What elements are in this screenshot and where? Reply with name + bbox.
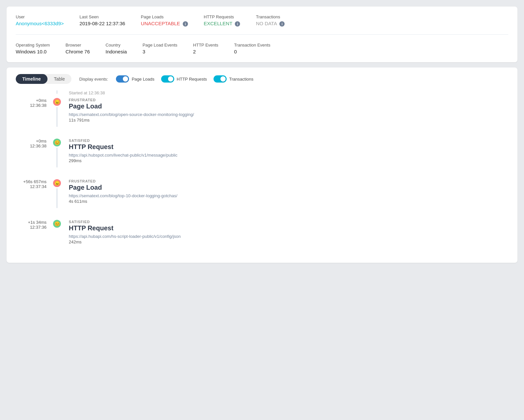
- timeline-dot-frustrated: 😠: [53, 98, 61, 106]
- timeline-timestamp: 12:37:34: [16, 184, 47, 189]
- user-value[interactable]: Anonymous<6333d9>: [16, 21, 64, 26]
- last-seen-label: Last Seen: [80, 14, 125, 19]
- timeline-offset: +1s 34ms: [16, 220, 47, 225]
- country-label: Country: [105, 43, 127, 48]
- transactions-toggle[interactable]: [214, 75, 227, 83]
- timeline-time: +0ms 12:36:38: [16, 98, 52, 108]
- header-card: User Anonymous<6333d9> Last Seen 2019-08…: [7, 7, 517, 62]
- timeline-content: FRUSTRATED Page Load https://sematext.co…: [62, 98, 508, 123]
- event-url[interactable]: https://api.hubapi.com/hs-script-loader-…: [69, 234, 508, 239]
- browser-label: Browser: [66, 43, 90, 48]
- event-status: FRUSTRATED: [69, 179, 508, 183]
- http-requests-info-icon[interactable]: i: [235, 21, 240, 27]
- timeline-timestamp: 12:36:38: [16, 103, 47, 108]
- timeline-connector: 😠: [52, 98, 62, 127]
- country-field: Country Indonesia: [105, 43, 127, 54]
- event-title: Page Load: [69, 184, 508, 191]
- transactions-value: NO DATA i: [256, 21, 285, 27]
- transaction-events-label: Transaction Events: [234, 43, 271, 48]
- http-events-value: 2: [193, 49, 218, 54]
- timeline-timestamp: 12:36:38: [16, 143, 47, 148]
- started-line-wrap: [52, 90, 62, 94]
- timeline-offset: +0ms: [16, 98, 47, 103]
- display-events-label: Display events:: [79, 77, 108, 82]
- event-url[interactable]: https://api.hubspot.com/livechat-public/…: [69, 153, 508, 158]
- browser-value: Chrome 76: [66, 49, 90, 54]
- timeline-offset: +0ms: [16, 139, 47, 143]
- http-events-field: HTTP Events 2: [193, 43, 218, 54]
- page-loads-toggle-group: Page Loads: [116, 75, 154, 83]
- event-url[interactable]: https://sematext.com/blog/open-source-do…: [69, 112, 508, 117]
- event-status: FRUSTRATED: [69, 98, 508, 102]
- page-loads-toggle[interactable]: [116, 75, 129, 83]
- event-title: HTTP Request: [69, 143, 508, 151]
- http-requests-toggle[interactable]: [161, 75, 174, 83]
- transactions-toggle-label: Transactions: [229, 77, 253, 82]
- timeline-dot-satisfied: 😊: [53, 139, 61, 146]
- tab-bar: Timeline Table Display events: Page Load…: [16, 74, 508, 84]
- event-duration: 299ms: [69, 158, 508, 163]
- browser-field: Browser Chrome 76: [66, 43, 90, 54]
- event-duration: 11s 791ms: [69, 118, 508, 123]
- last-seen-field: Last Seen 2019-08-22 12:37:36: [80, 14, 125, 26]
- timeline-item: +0ms 12:36:38 😊 SATISFIED HTTP Request h…: [16, 139, 508, 167]
- timeline-line: [57, 188, 57, 208]
- last-seen-value: 2019-08-22 12:37:36: [80, 21, 125, 26]
- timeline-connector: 😠: [52, 179, 62, 208]
- event-url[interactable]: https://sematext.com/blog/top-10-docker-…: [69, 193, 508, 198]
- timeline-time: +0ms 12:36:38: [16, 139, 52, 148]
- event-duration: 242ms: [69, 239, 508, 244]
- event-status: SATISFIED: [69, 139, 508, 143]
- timeline-timestamp: 12:37:36: [16, 225, 47, 230]
- timeline-time: +1s 34ms 12:37:36: [16, 220, 52, 230]
- tab-timeline[interactable]: Timeline: [16, 74, 47, 84]
- transactions-toggle-group: Transactions: [214, 75, 253, 83]
- event-duration: 4s 611ms: [69, 199, 508, 204]
- country-value: Indonesia: [105, 49, 127, 54]
- event-title: HTTP Request: [69, 224, 508, 232]
- started-at-label: Started at 12:36:38: [69, 90, 105, 95]
- display-events-controls: Display events: Page Loads HTTP Requests…: [79, 75, 253, 83]
- transactions-field: Transactions NO DATA i: [256, 14, 285, 27]
- timeline-connector: 😊: [52, 220, 62, 228]
- transaction-events-value: 0: [234, 49, 271, 54]
- header-divider: [16, 34, 508, 35]
- timeline-content: FRUSTRATED Page Load https://sematext.co…: [62, 179, 508, 204]
- tab-table[interactable]: Table: [47, 74, 71, 84]
- timeline-content: SATISFIED HTTP Request https://api.hubap…: [62, 220, 508, 244]
- timeline-item: +1s 34ms 12:37:36 😊 SATISFIED HTTP Reque…: [16, 220, 508, 244]
- http-requests-field: HTTP Requests EXCELLENT i: [204, 14, 240, 27]
- header-bottom-row: Operating System Windows 10.0 Browser Ch…: [16, 43, 508, 54]
- timeline-line: [57, 107, 57, 127]
- event-title: Page Load: [69, 103, 508, 110]
- http-events-label: HTTP Events: [193, 43, 218, 48]
- event-status: SATISFIED: [69, 220, 508, 224]
- timeline-item: +0ms 12:36:38 😠 FRUSTRATED Page Load htt…: [16, 98, 508, 127]
- http-requests-toggle-group: HTTP Requests: [161, 75, 207, 83]
- transactions-label: Transactions: [256, 14, 285, 19]
- timeline-connector: 😊: [52, 139, 62, 167]
- http-requests-toggle-label: HTTP Requests: [177, 77, 207, 82]
- http-requests-value: EXCELLENT i: [204, 21, 240, 27]
- page-loads-info-icon[interactable]: i: [183, 21, 188, 27]
- user-label: User: [16, 14, 64, 19]
- http-requests-label: HTTP Requests: [204, 14, 240, 19]
- transactions-info-icon[interactable]: i: [279, 21, 285, 27]
- header-top-row: User Anonymous<6333d9> Last Seen 2019-08…: [16, 14, 508, 27]
- timeline-items: +0ms 12:36:38 😠 FRUSTRATED Page Load htt…: [16, 98, 508, 244]
- started-label-wrap: Started at 12:36:38: [62, 90, 108, 95]
- timeline-time: +56s 657ms 12:37:34: [16, 179, 52, 189]
- page-load-events-field: Page Load Events 3: [142, 43, 177, 54]
- page-load-events-label: Page Load Events: [142, 43, 177, 48]
- timeline: Started at 12:36:38 +0ms 12:36:38 😠 FRUS…: [16, 90, 508, 244]
- transaction-events-field: Transaction Events 0: [234, 43, 271, 54]
- page-loads-value: UNACCEPTABLE i: [141, 21, 188, 27]
- page-loads-label: Page Loads: [141, 14, 188, 19]
- timeline-item: +56s 657ms 12:37:34 😠 FRUSTRATED Page Lo…: [16, 179, 508, 208]
- view-toggle: Timeline Table: [16, 74, 71, 84]
- page-loads-field: Page Loads UNACCEPTABLE i: [141, 14, 188, 27]
- timeline-dot-frustrated: 😠: [53, 179, 61, 187]
- timeline-line: [57, 148, 57, 167]
- user-field: User Anonymous<6333d9>: [16, 14, 64, 26]
- timeline-card: Timeline Table Display events: Page Load…: [7, 67, 517, 263]
